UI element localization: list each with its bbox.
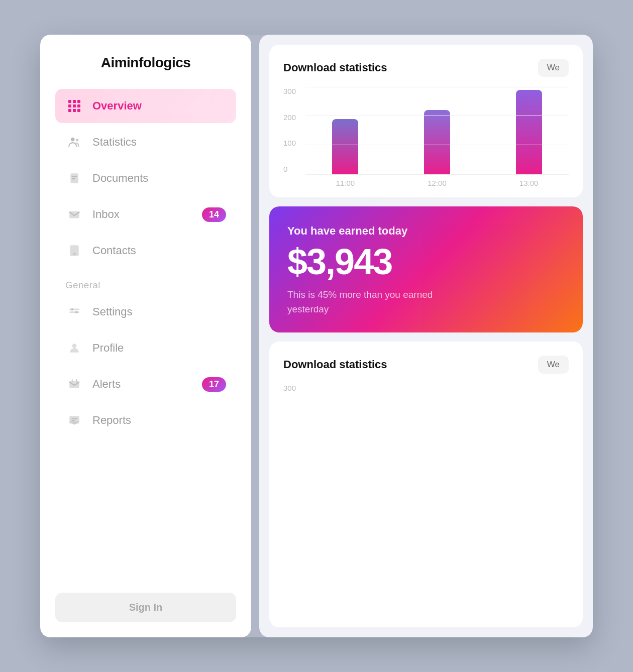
- x-label-1200: 12:00: [397, 179, 477, 187]
- y-label-300: 300: [283, 87, 301, 95]
- alerts-label: Alerts: [92, 378, 193, 391]
- svg-rect-8: [69, 309, 79, 310]
- general-section-label: General: [65, 280, 226, 291]
- bar-1: [332, 119, 358, 174]
- sidebar-item-contacts[interactable]: Contacts: [55, 234, 236, 268]
- mail-icon: [65, 205, 83, 223]
- documents-label: Documents: [92, 172, 226, 185]
- sidebar-item-alerts[interactable]: Alerts 17: [55, 367, 236, 401]
- contacts-label: Contacts: [92, 244, 226, 257]
- sidebar-item-inbox[interactable]: Inbox 14: [55, 197, 236, 232]
- profile-icon: [65, 339, 83, 357]
- earnings-subtitle: This is 45% more than you earned yesterd…: [287, 288, 448, 316]
- sidebar-item-overview[interactable]: Overview: [55, 89, 236, 123]
- y-label-100: 100: [283, 139, 301, 147]
- earnings-title: You have earned today: [287, 225, 565, 238]
- chart-filter-btn-1[interactable]: We: [538, 59, 569, 77]
- svg-rect-13: [69, 381, 79, 388]
- svg-point-10: [71, 308, 73, 310]
- reports-label: Reports: [92, 414, 226, 427]
- y2-label-300: 300: [283, 384, 301, 392]
- reports-icon: [65, 411, 83, 429]
- x-label-1100: 11:00: [305, 179, 385, 187]
- svg-point-11: [75, 311, 77, 313]
- chart-title-2: Download statistics: [283, 358, 387, 371]
- svg-rect-5: [69, 211, 79, 218]
- chart-filter-btn-2[interactable]: We: [538, 356, 569, 374]
- svg-point-12: [72, 344, 77, 348]
- sidebar: Aiminfologics Overview St: [40, 35, 251, 637]
- chart-header-2: Download statistics We: [283, 356, 569, 374]
- grid-icon: [65, 97, 83, 115]
- inbox-label: Inbox: [92, 208, 193, 221]
- users-icon: [65, 133, 83, 151]
- statistics-label: Statistics: [92, 136, 226, 149]
- earnings-card: You have earned today $3,943 This is 45%…: [269, 206, 583, 332]
- settings-icon: [65, 303, 83, 321]
- chart-card-2: Download statistics We 300: [269, 342, 583, 627]
- sidebar-item-statistics[interactable]: Statistics: [55, 125, 236, 159]
- bar-3: [516, 90, 542, 174]
- sign-in-button[interactable]: Sign In: [55, 593, 236, 622]
- sidebar-item-settings[interactable]: Settings: [55, 295, 236, 329]
- sidebar-item-reports[interactable]: Reports: [55, 403, 236, 437]
- phone-icon: [65, 242, 83, 260]
- settings-label: Settings: [92, 305, 226, 318]
- chart-card-1: Download statistics We 300 200 100 0: [269, 45, 583, 197]
- earnings-amount: $3,943: [287, 244, 565, 280]
- inbox-badge: 14: [202, 207, 226, 222]
- app-logo: Aiminfologics: [55, 55, 236, 71]
- y-label-0: 0: [283, 165, 301, 173]
- profile-label: Profile: [92, 342, 226, 355]
- alerts-badge: 17: [202, 377, 226, 392]
- overview-label: Overview: [92, 99, 226, 113]
- bar-group-1: [305, 119, 385, 174]
- svg-rect-9: [69, 311, 79, 313]
- bar-group-2: [397, 110, 477, 174]
- y-label-200: 200: [283, 113, 301, 122]
- x-label-1300: 13:00: [489, 179, 569, 187]
- sidebar-item-profile[interactable]: Profile: [55, 331, 236, 365]
- bar-2: [424, 110, 450, 174]
- alerts-icon: [65, 375, 83, 393]
- sidebar-item-documents[interactable]: Documents: [55, 161, 236, 195]
- main-content: Download statistics We 300 200 100 0: [259, 35, 593, 637]
- svg-point-1: [76, 139, 78, 141]
- document-icon: [65, 169, 83, 187]
- svg-rect-7: [73, 253, 76, 254]
- svg-point-0: [71, 138, 75, 142]
- bar-group-3: [489, 90, 569, 174]
- svg-rect-6: [70, 245, 78, 256]
- chart-title-1: Download statistics: [283, 61, 387, 74]
- chart-header-1: Download statistics We: [283, 59, 569, 77]
